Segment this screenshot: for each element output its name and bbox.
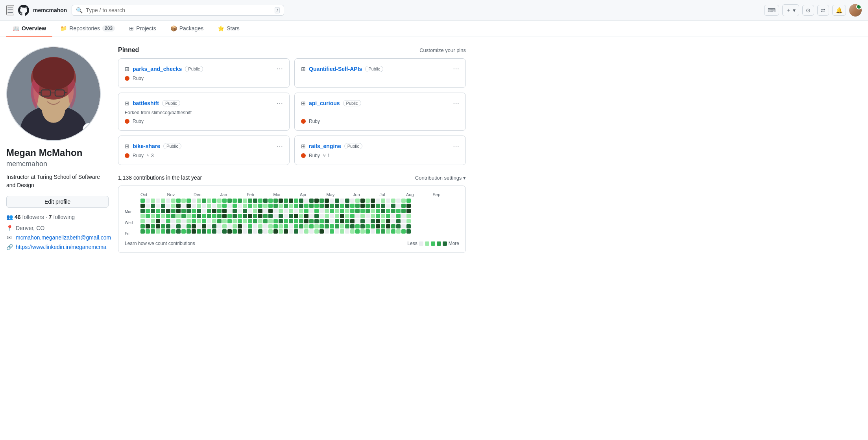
day-cell[interactable]	[279, 204, 283, 208]
day-cell[interactable]	[335, 209, 339, 213]
day-cell[interactable]	[340, 224, 344, 228]
day-cell[interactable]	[381, 224, 385, 228]
day-cell[interactable]	[140, 199, 145, 203]
day-cell[interactable]	[294, 204, 298, 208]
day-cell[interactable]	[376, 219, 380, 223]
day-cell[interactable]	[176, 229, 181, 234]
day-cell[interactable]	[212, 229, 216, 234]
day-cell[interactable]	[345, 224, 349, 228]
day-cell[interactable]	[401, 209, 406, 213]
linkedin-link[interactable]: https://www.linkedin.in/meganemcma	[16, 244, 106, 250]
day-cell[interactable]	[258, 219, 262, 223]
day-cell[interactable]	[350, 219, 355, 223]
day-cell[interactable]	[289, 229, 293, 234]
day-cell[interactable]	[391, 224, 395, 228]
day-cell[interactable]	[181, 209, 186, 213]
day-cell[interactable]	[217, 199, 222, 203]
day-cell[interactable]	[187, 214, 191, 218]
day-cell[interactable]	[391, 204, 395, 208]
day-cell[interactable]	[197, 199, 201, 203]
day-cell[interactable]	[309, 199, 314, 203]
day-cell[interactable]	[258, 199, 262, 203]
day-cell[interactable]	[258, 204, 262, 208]
day-cell[interactable]	[253, 204, 257, 208]
day-cell[interactable]	[360, 204, 365, 208]
day-cell[interactable]	[325, 204, 329, 208]
day-cell[interactable]	[340, 229, 344, 234]
day-cell[interactable]	[197, 204, 201, 208]
day-cell[interactable]	[238, 229, 242, 234]
day-cell[interactable]	[386, 229, 390, 234]
day-cell[interactable]	[319, 224, 324, 228]
day-cell[interactable]	[299, 209, 303, 213]
day-cell[interactable]	[222, 214, 227, 218]
day-cell[interactable]	[181, 219, 186, 223]
day-cell[interactable]	[386, 204, 390, 208]
day-cell[interactable]	[207, 224, 211, 228]
day-cell[interactable]	[289, 199, 293, 203]
day-cell[interactable]	[243, 214, 247, 218]
day-cell[interactable]	[401, 214, 406, 218]
day-cell[interactable]	[391, 199, 395, 203]
day-cell[interactable]	[187, 219, 191, 223]
day-cell[interactable]	[314, 224, 319, 228]
day-cell[interactable]	[345, 204, 349, 208]
day-cell[interactable]	[376, 224, 380, 228]
day-cell[interactable]	[319, 209, 324, 213]
day-cell[interactable]	[304, 199, 308, 203]
day-cell[interactable]	[151, 204, 155, 208]
day-cell[interactable]	[396, 209, 401, 213]
day-cell[interactable]	[279, 229, 283, 234]
day-cell[interactable]	[161, 219, 165, 223]
day-cell[interactable]	[294, 209, 298, 213]
day-cell[interactable]	[156, 229, 160, 234]
day-cell[interactable]	[289, 204, 293, 208]
day-cell[interactable]	[330, 214, 334, 218]
day-cell[interactable]	[146, 214, 150, 218]
day-cell[interactable]	[192, 229, 196, 234]
day-cell[interactable]	[366, 209, 370, 213]
day-cell[interactable]	[140, 209, 145, 213]
day-cell[interactable]	[233, 204, 237, 208]
day-cell[interactable]	[401, 204, 406, 208]
day-cell[interactable]	[314, 209, 319, 213]
day-cell[interactable]	[171, 199, 175, 203]
day-cell[interactable]	[319, 219, 324, 223]
day-cell[interactable]	[233, 199, 237, 203]
day-cell[interactable]	[146, 209, 150, 213]
day-cell[interactable]	[222, 229, 227, 234]
day-cell[interactable]	[187, 224, 191, 228]
day-cell[interactable]	[360, 224, 365, 228]
day-cell[interactable]	[350, 224, 355, 228]
day-cell[interactable]	[294, 214, 298, 218]
day-cell[interactable]	[268, 219, 273, 223]
tab-projects[interactable]: ⊞ Projects	[123, 20, 163, 37]
day-cell[interactable]	[304, 224, 308, 228]
day-cell[interactable]	[381, 219, 385, 223]
day-cell[interactable]	[279, 224, 283, 228]
day-cell[interactable]	[166, 204, 170, 208]
day-cell[interactable]	[140, 224, 145, 228]
day-cell[interactable]	[273, 204, 278, 208]
day-cell[interactable]	[222, 209, 227, 213]
day-cell[interactable]	[391, 219, 395, 223]
day-cell[interactable]	[319, 199, 324, 203]
day-cell[interactable]	[202, 224, 206, 228]
day-cell[interactable]	[366, 199, 370, 203]
day-cell[interactable]	[396, 214, 401, 218]
day-cell[interactable]	[166, 219, 170, 223]
day-cell[interactable]	[263, 224, 268, 228]
day-cell[interactable]	[386, 214, 390, 218]
day-cell[interactable]	[304, 204, 308, 208]
day-cell[interactable]	[202, 199, 206, 203]
day-cell[interactable]	[156, 204, 160, 208]
day-cell[interactable]	[140, 204, 145, 208]
day-cell[interactable]	[381, 229, 385, 234]
day-cell[interactable]	[233, 224, 237, 228]
day-cell[interactable]	[176, 199, 181, 203]
day-cell[interactable]	[371, 219, 375, 223]
day-cell[interactable]	[350, 229, 355, 234]
day-cell[interactable]	[238, 204, 242, 208]
repo-link[interactable]: battleshift	[133, 100, 159, 106]
day-cell[interactable]	[166, 209, 170, 213]
